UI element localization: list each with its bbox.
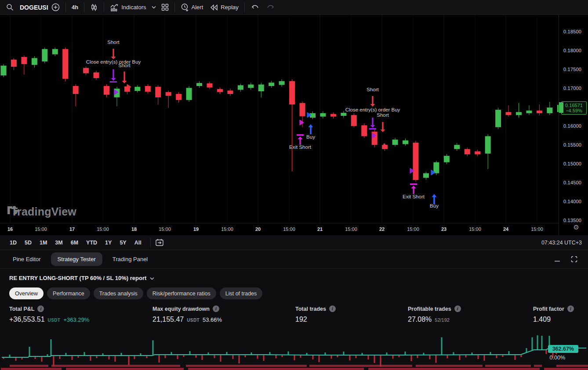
stat-profit-factor: Profit factori 1.409: [533, 305, 574, 323]
tab-pine-editor[interactable]: Pine Editor: [6, 252, 47, 266]
stat-value: 27.08%: [408, 316, 432, 323]
subtab-trades-analysis[interactable]: Trades analysis: [94, 287, 143, 299]
trade-bar-down: [159, 355, 160, 363]
trade-bar-down: [202, 355, 203, 360]
trade-marker-label: Short: [107, 40, 120, 45]
candle: [155, 85, 161, 104]
info-icon[interactable]: i: [454, 305, 461, 312]
info-icon[interactable]: i: [567, 305, 574, 312]
trade-marker: [309, 124, 313, 134]
candle: [351, 113, 357, 128]
trade-bar-down: [380, 355, 381, 366]
price-axis[interactable]: 0.185000.180000.175000.170000.160000.155…: [559, 15, 588, 235]
trade-bar-down: [331, 355, 332, 359]
trade-bar-down: [459, 355, 461, 360]
trade-marker: [122, 72, 127, 83]
toolbar-separator: [150, 238, 151, 248]
trade-bar-down: [177, 355, 178, 359]
trade-bar-down: [257, 355, 258, 359]
tab-trading-panel[interactable]: Trading Panel: [106, 252, 154, 266]
go-to-date-calendar-icon[interactable]: [155, 238, 164, 247]
stat-max-equity-drawdown: Max equity drawdowni 21,155.47USDT53.66%: [152, 305, 222, 323]
time-axis-label: 17: [69, 226, 75, 232]
candle: [227, 89, 233, 96]
drawdown-segment: [416, 365, 483, 367]
equity-curve-chart[interactable]: 362.67% 0.00%: [0, 335, 588, 370]
range-button-6m[interactable]: 6M: [67, 238, 82, 248]
price-axis-label: 0.15500: [563, 142, 581, 147]
stat-unit: USDT: [187, 318, 200, 323]
session-clock[interactable]: 07:43:24 UTC+3: [541, 240, 582, 246]
candle: [547, 102, 552, 115]
alert-button[interactable]: Alert: [177, 1, 207, 14]
axis-settings-gear-icon[interactable]: ⚙: [573, 223, 579, 231]
subtab-overview[interactable]: Overview: [9, 287, 44, 299]
undo-icon[interactable]: [247, 1, 263, 14]
search-icon[interactable]: [4, 1, 16, 14]
subtab-list-of-trades[interactable]: List of trades: [220, 287, 263, 299]
subtab-risk-performance-ratios[interactable]: Risk/performance ratios: [147, 287, 216, 299]
time-axis-label: 16: [7, 226, 13, 232]
svg-text:Short: Short: [377, 112, 389, 118]
range-button-1d[interactable]: 1D: [6, 238, 20, 248]
candle: [104, 84, 109, 97]
trade-bar-down: [276, 355, 277, 358]
price-axis-label: 0.14500: [563, 180, 581, 185]
indicator-templates-chevron-icon[interactable]: [150, 1, 158, 14]
info-icon[interactable]: i: [37, 305, 44, 312]
chevron-down-icon: [150, 277, 154, 280]
trade-bar-up: [441, 337, 443, 355]
info-icon[interactable]: i: [213, 305, 219, 312]
price-axis-label: 0.17500: [563, 67, 581, 72]
time-axis-label: 15:00: [407, 226, 419, 232]
candle: [485, 134, 491, 169]
stat-value: 1.409: [533, 316, 551, 323]
panel-maximize-icon[interactable]: [571, 256, 577, 262]
price-axis-label: 0.14000: [563, 199, 581, 204]
tab-strategy-tester[interactable]: Strategy Tester: [51, 252, 102, 266]
time-axis[interactable]: 1615:001715:001815:001915:002015:002115:…: [0, 223, 559, 235]
candle: [134, 85, 140, 92]
range-button-all[interactable]: All: [131, 238, 145, 248]
candlestick-chart[interactable]: ShortClose entry(s) order BuyShortExit S…: [0, 15, 559, 223]
trade-marker-label: Short: [118, 63, 131, 68]
subtab-performance[interactable]: Performance: [47, 287, 90, 299]
redo-icon[interactable]: [263, 1, 279, 14]
candle: [166, 90, 171, 108]
chart-style-icon[interactable]: [87, 1, 102, 14]
trade-bar-down: [356, 355, 357, 358]
trade-bar-down: [294, 355, 295, 360]
trade-bar-down: [312, 355, 314, 359]
range-button-1y[interactable]: 1Y: [102, 238, 115, 248]
strategy-report-title: RE ENTRY LONG-SHORT (TP 60% / SL 10%) re…: [9, 275, 146, 281]
strategy-report-selector[interactable]: RE ENTRY LONG-SHORT (TP 60% / SL 10%) re…: [0, 269, 588, 283]
range-button-ytd[interactable]: YTD: [83, 238, 101, 248]
candle: [21, 55, 27, 75]
layout-grid-icon[interactable]: [158, 1, 172, 14]
trade-marker-label: Short: [377, 112, 389, 118]
toolbar-separator: [65, 3, 66, 12]
compare-add-icon[interactable]: [48, 1, 63, 14]
candle: [289, 79, 295, 172]
drawdown-segment: [10, 365, 48, 367]
buyhold-percent-label: 0.00%: [550, 355, 565, 361]
price-axis-label: 0.15000: [563, 161, 581, 166]
candle: [269, 81, 274, 88]
range-button-5d[interactable]: 5D: [21, 238, 35, 248]
interval-button[interactable]: 4h: [68, 1, 82, 14]
indicators-button[interactable]: Indicators: [106, 1, 149, 14]
range-button-3m[interactable]: 3M: [51, 238, 66, 248]
stat-value: 192: [295, 316, 307, 323]
symbol-button[interactable]: DOGEUSDT: [16, 1, 48, 14]
svg-text:Close entry(s) order Buy: Close entry(s) order Buy: [345, 107, 400, 112]
candle: [196, 81, 202, 88]
replay-button[interactable]: Replay: [207, 1, 242, 14]
range-button-1m[interactable]: 1M: [36, 238, 51, 248]
candle: [176, 92, 181, 103]
panel-minimize-icon[interactable]: [554, 257, 560, 262]
info-icon[interactable]: i: [329, 305, 336, 312]
candle: [372, 130, 377, 147]
range-button-5y[interactable]: 5Y: [116, 238, 130, 248]
trade-bar-down: [349, 355, 351, 360]
svg-text:Buy: Buy: [430, 203, 439, 208]
